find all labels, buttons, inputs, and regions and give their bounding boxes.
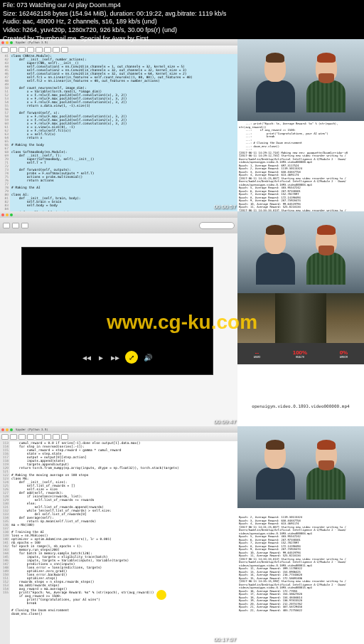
toolbar-button[interactable] bbox=[27, 434, 34, 440]
meta-video: Video: h264, yuv420p, 1280x720, 926 kb/s… bbox=[3, 26, 226, 35]
ipython-console[interactable]: ...: print("Epoch: %s, Average Reward: %… bbox=[237, 121, 364, 211]
hud-ammo-value: -- bbox=[254, 349, 261, 356]
thumbnail-timestamp: 00:09:47 bbox=[214, 418, 236, 425]
presenter-2 bbox=[294, 223, 358, 293]
presenter-2 bbox=[294, 438, 358, 508]
editor-toolbar bbox=[0, 433, 237, 441]
hud-health-label: HEALTH bbox=[293, 356, 307, 359]
toolbar-button[interactable] bbox=[44, 47, 51, 53]
meta-credit: Created by Thumbnail me. Special for Ava… bbox=[3, 35, 226, 43]
webcam-feed bbox=[237, 39, 364, 121]
thumbnail-2-sidebar: -- AMMO 100% HEALTH 0% ARMOR openaigym.v… bbox=[237, 211, 364, 426]
hud-armor-value: 0% bbox=[340, 349, 348, 356]
hud-armor: 0% ARMOR bbox=[340, 349, 348, 359]
code-editor[interactable]: 113 114 115 116 117 118 119 120 121 122 … bbox=[0, 441, 237, 644]
forward-button[interactable] bbox=[12, 223, 19, 228]
play-icon[interactable]: ▶ bbox=[97, 353, 105, 361]
cursor-highlight bbox=[156, 590, 166, 600]
view-button[interactable] bbox=[21, 223, 28, 228]
line-gutter: 113 114 115 116 117 118 119 120 121 122 … bbox=[0, 441, 10, 644]
webcam-feed bbox=[237, 211, 364, 293]
line-gutter: 41 42 43 44 45 46 47 48 49 50 51 52 53 5… bbox=[0, 54, 10, 211]
close-icon[interactable] bbox=[1, 213, 4, 216]
window-title: Spyder (Python 3.5) bbox=[16, 428, 48, 431]
ipython-console[interactable]: Epoch: 2, Average Reward: 1119.30115324 … bbox=[237, 508, 364, 644]
toolbar-button[interactable] bbox=[36, 434, 43, 440]
minimize-icon[interactable] bbox=[6, 213, 9, 216]
thumbnail-3-sidebar: Epoch: 2, Average Reward: 1119.30115324 … bbox=[237, 426, 364, 644]
code-content[interactable]: class CNN(nn.Module): def __init__(self,… bbox=[10, 54, 237, 211]
window-titlebar[interactable]: Spyder (Python 3.5) bbox=[0, 426, 237, 433]
editor-toolbar bbox=[0, 46, 237, 54]
hud-health-value: 100% bbox=[293, 349, 307, 356]
thumbnail-3-editor: Spyder (Python 3.5) 113 114 115 116 117 … bbox=[0, 426, 237, 644]
window-titlebar[interactable] bbox=[0, 211, 237, 218]
search-input[interactable] bbox=[199, 222, 235, 229]
close-icon[interactable] bbox=[1, 428, 4, 431]
finder-toolbar bbox=[0, 218, 237, 233]
toolbar-button[interactable] bbox=[1, 434, 9, 440]
toolbar-button[interactable] bbox=[18, 434, 26, 440]
thumbnail-1-editor: Spyder (Python 3.5) 41 42 43 44 45 46 47… bbox=[0, 39, 237, 211]
doom-gameplay: -- AMMO 100% HEALTH 0% ARMOR bbox=[237, 293, 364, 364]
webcam-feed bbox=[237, 426, 364, 508]
thumbnail-2-finder: ◀◀ ▶ ▶▶ ⤢ 🔊 00:09:47 bbox=[0, 211, 237, 426]
hud-ammo-label: AMMO bbox=[254, 356, 261, 359]
thumbnail-timestamp: 00:00:57 bbox=[214, 204, 236, 210]
meta-file: File: 073 Watching our AI play Doom.mp4 bbox=[3, 1, 226, 10]
toolbar-button[interactable] bbox=[61, 47, 68, 53]
hud-ammo: -- AMMO bbox=[254, 349, 261, 359]
thumbnail-1-sidebar: ...: print("Epoch: %s, Average Reward: %… bbox=[237, 39, 364, 211]
meta-size: Size: 162462158 bytes (154.94 MiB), dura… bbox=[3, 10, 226, 19]
back-button[interactable] bbox=[3, 223, 10, 228]
quicklook-video[interactable]: ◀◀ ▶ ▶▶ ⤢ 🔊 bbox=[21, 247, 213, 375]
toolbar-button[interactable] bbox=[53, 434, 60, 440]
maximize-icon[interactable] bbox=[10, 428, 13, 431]
maximize-icon[interactable] bbox=[10, 213, 13, 216]
next-icon[interactable]: ▶▶ bbox=[111, 353, 119, 361]
code-content[interactable]: cumul_reward = 0.0 if series[-1].done el… bbox=[10, 441, 237, 644]
doom-corridor bbox=[275, 293, 326, 343]
meta-audio: Audio: aac, 48000 Hz, 2 channels, s16, 1… bbox=[3, 18, 226, 26]
volume-icon[interactable]: 🔊 bbox=[144, 353, 152, 361]
traffic-lights[interactable] bbox=[1, 213, 13, 216]
hud-armor-label: ARMOR bbox=[340, 356, 348, 359]
video-filename: openaigym.video.0.1893.video000000.mp4 bbox=[237, 403, 364, 408]
file-metadata: File: 073 Watching our AI play Doom.mp4 … bbox=[0, 0, 229, 44]
hud-health: 100% HEALTH bbox=[293, 349, 307, 359]
thumbnail-timestamp: 00:17:07 bbox=[214, 636, 236, 643]
doom-hud: -- AMMO 100% HEALTH 0% ARMOR bbox=[237, 343, 364, 364]
minimize-icon[interactable] bbox=[6, 428, 9, 431]
video-controls: ◀◀ ▶ ▶▶ ⤢ 🔊 bbox=[82, 351, 152, 364]
prev-icon[interactable]: ◀◀ bbox=[82, 353, 91, 361]
toolbar-button[interactable] bbox=[1, 47, 9, 53]
toolbar-button[interactable] bbox=[18, 47, 26, 53]
presenter-2 bbox=[294, 51, 358, 121]
toolbar-button[interactable] bbox=[10, 434, 17, 440]
toolbar-button[interactable] bbox=[10, 47, 17, 53]
toolbar-button[interactable] bbox=[36, 47, 43, 53]
code-editor[interactable]: 41 42 43 44 45 46 47 48 49 50 51 52 53 5… bbox=[0, 54, 237, 211]
doom-viewport bbox=[237, 293, 364, 343]
toolbar-button[interactable] bbox=[27, 47, 34, 53]
expand-icon[interactable]: ⤢ bbox=[125, 351, 138, 364]
finder-area: openaigym.video.0.1893.video000000.mp4 bbox=[237, 364, 364, 426]
toolbar-button[interactable] bbox=[44, 434, 51, 440]
traffic-lights[interactable] bbox=[1, 428, 13, 431]
toolbar-button[interactable] bbox=[61, 434, 68, 440]
toolbar-button[interactable] bbox=[53, 47, 60, 53]
